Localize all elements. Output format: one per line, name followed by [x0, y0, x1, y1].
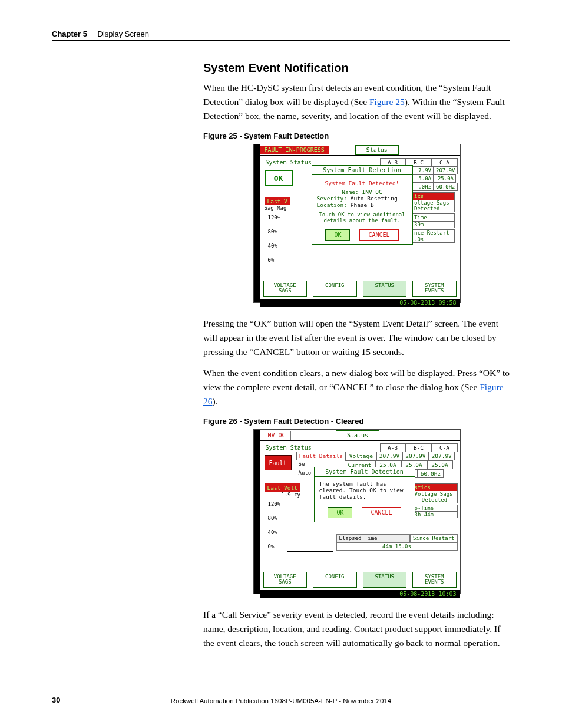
dlg-title: System Fault Detection: [315, 467, 415, 477]
nav-bar: VOLTAGE SAGS CONFIG STATUS SYSTEM EVENTS: [260, 278, 460, 299]
nav-sags[interactable]: VOLTAGE SAGS: [263, 572, 308, 588]
y0: 0%: [268, 543, 275, 549]
nav-bar: VOLTAGE SAGS CONFIG STATUS SYSTEM EVENTS: [260, 569, 460, 590]
dlg-ok-button[interactable]: OK: [328, 507, 352, 518]
elapsed-label: Elapsed Time: [336, 534, 411, 542]
titlebar: FAULT IN-PROGRESS Status: [260, 144, 460, 156]
val-ca-v: 207.9V: [434, 166, 458, 174]
hz-ca: 60.0Hz: [418, 469, 444, 478]
dlg-msg3: fault details.: [319, 493, 410, 500]
side-up-v: 3h 44m: [412, 512, 457, 518]
nav-config[interactable]: CONFIG: [313, 572, 357, 588]
nav-events[interactable]: SYSTEM EVENTS: [412, 572, 457, 588]
side-restart-v: .0s: [412, 236, 454, 242]
nav-status[interactable]: STATUS: [363, 572, 407, 588]
dlg-loc-val: Phase B: [351, 202, 374, 208]
dlg-ok-button[interactable]: OK: [325, 229, 350, 241]
val-bc-hz: .0Hz: [411, 183, 434, 191]
titlebar: INV_OC Status: [260, 430, 460, 441]
paragraph-2: Pressing the “OK” button will open the “…: [203, 317, 510, 359]
v-ab: 207.9V: [376, 452, 402, 460]
a-ca: 25.0A: [427, 460, 453, 469]
col-ca: C-A: [432, 158, 458, 167]
side-sags1: Voltage Sags: [412, 491, 457, 497]
side-sags2: Detected: [412, 497, 457, 503]
last-volt-label: Last Volt: [265, 483, 300, 492]
dlg-hint2: details about the fault.: [317, 218, 408, 223]
y0: 0%: [268, 257, 275, 263]
last-voltage-label: Last V: [265, 197, 290, 205]
sag-mag-label: Sag Mag: [265, 205, 290, 211]
cleared-dialog: System Fault Detection The system fault …: [314, 467, 415, 522]
v-bc: 207.9V: [402, 452, 428, 460]
dlg-msg1: The system fault has: [319, 480, 410, 487]
col-ab: A-B: [380, 443, 406, 452]
nav-sags[interactable]: VOLTAGE SAGS: [263, 281, 308, 297]
title-tag: INV_OC: [260, 431, 291, 440]
nav-status[interactable]: STATUS: [363, 281, 407, 297]
val-ca-a: 25.0A: [434, 174, 456, 183]
y40: 40%: [268, 243, 277, 249]
dlg-title: System Fault Detection: [312, 166, 412, 175]
dlg-cancel-button[interactable]: CANCEL: [359, 229, 398, 241]
status-tab[interactable]: Status: [336, 430, 379, 440]
col-bc: B-C: [406, 443, 432, 452]
side-up-h: p-Time: [412, 505, 457, 512]
side-ics: ics: [412, 193, 454, 200]
figure25-wrap: FAULT IN-PROGRESS Status System Status A…: [203, 144, 510, 307]
sys-status-row: System Status A-B B-C C-A: [262, 443, 458, 452]
val-ca-hz: 60.0Hz: [434, 183, 458, 191]
col-ca: C-A: [432, 443, 458, 452]
header-rule: [52, 40, 510, 41]
chapter-label: Chapter 5: [52, 29, 87, 38]
side-sags2: Detected: [412, 206, 454, 212]
dlg-sev-val: Auto-Resetting: [351, 195, 398, 202]
row-voltage-label: Voltage: [346, 452, 376, 460]
para3-text-b: ).: [213, 396, 218, 406]
dlg-msg2: cleared. Touch OK to view: [319, 487, 410, 493]
val-bc-v: 7.9V: [411, 166, 434, 174]
y80: 80%: [268, 515, 277, 521]
fault-tag: FAULT IN-PROGRESS: [260, 146, 329, 154]
nav-config[interactable]: CONFIG: [313, 281, 357, 297]
dlg-sev-lbl: Severity:: [317, 195, 351, 202]
elapsed-value: 44m 15.0s: [336, 542, 458, 551]
side-stics: stics: [412, 484, 457, 491]
side-time-h: Time: [412, 214, 454, 222]
y120: 120%: [268, 501, 281, 507]
paragraph-4: If a “Call Service” severity event is de…: [203, 608, 510, 650]
publication-footer: Rockwell Automation Publication 1608P-UM…: [0, 697, 562, 704]
dlg-name: Name: INV_OC: [317, 189, 408, 195]
figure25-link[interactable]: Figure 25: [369, 97, 405, 107]
since-restart-label: Since Restart: [410, 534, 457, 542]
se-label: Se: [299, 461, 305, 467]
dlg-cancel-button[interactable]: CANCEL: [362, 507, 401, 518]
figure26-screenshot: INV_OC Status System Status A-B B-C C-A …: [253, 429, 461, 594]
figure25-caption: Figure 25 - System Fault Detection: [203, 131, 510, 140]
y120: 120%: [268, 215, 281, 220]
side-restart-h: nce Restart: [412, 230, 454, 236]
sys-status-label: System Status: [262, 443, 380, 452]
v-ca: 207.9V: [429, 452, 455, 460]
y40: 40%: [268, 529, 277, 535]
running-header: Chapter 5 Display Screen: [52, 29, 149, 38]
figure26-wrap: INV_OC Status System Status A-B B-C C-A …: [203, 429, 510, 598]
fault-dialog: System Fault Detection System Fault Dete…: [312, 165, 413, 245]
nav-events[interactable]: SYSTEM EVENTS: [412, 281, 457, 297]
cyc-label: 1.9 cy: [265, 492, 300, 498]
left-stripe: [254, 144, 260, 302]
paragraph-1: When the HC-DySC system first detects an…: [203, 81, 510, 123]
section-title: System Event Notification: [203, 61, 510, 75]
side-sags1: oltage Sags: [412, 200, 454, 206]
paragraph-3: When the event condition clears, a new d…: [203, 366, 510, 409]
dlg-hint1: Touch OK to view additional: [317, 212, 408, 218]
timestamp: 05-08-2013 09:58: [260, 299, 460, 307]
val-bc-a: 5.0A: [411, 174, 434, 183]
fault-details-label: Fault Details: [296, 452, 346, 460]
timestamp: 05-08-2013 10:03: [260, 590, 460, 598]
dlg-detected: System Fault Detected!: [317, 180, 408, 186]
side-time-v: 39m: [412, 222, 454, 228]
status-tab[interactable]: Status: [355, 145, 399, 155]
figure26-caption: Figure 26 - System Fault Detection - Cle…: [203, 417, 510, 426]
ok-indicator: OK: [265, 170, 293, 186]
